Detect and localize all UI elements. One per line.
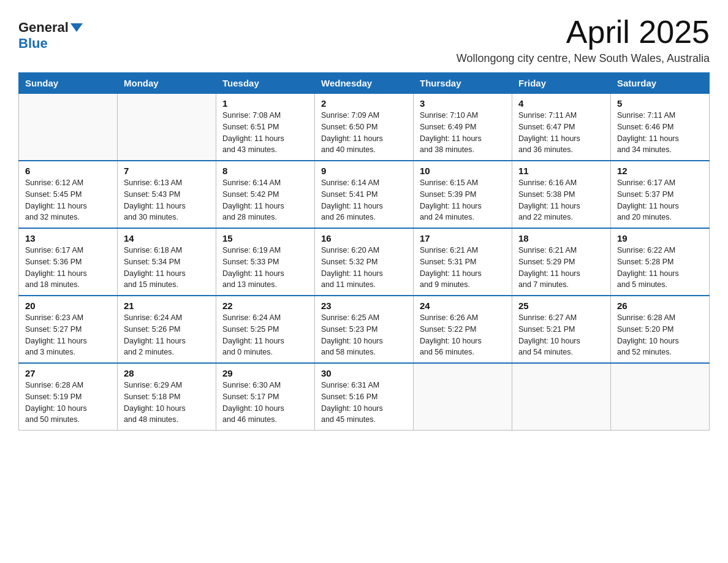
day-number: 24 — [420, 301, 506, 311]
day-number: 13 — [25, 233, 111, 243]
table-row: 10Sunrise: 6:15 AM Sunset: 5:39 PM Dayli… — [414, 161, 512, 228]
table-row: 6Sunrise: 6:12 AM Sunset: 5:45 PM Daylig… — [19, 161, 118, 228]
table-row: 4Sunrise: 7:11 AM Sunset: 6:47 PM Daylig… — [512, 94, 611, 161]
day-number: 10 — [420, 166, 506, 176]
day-info: Sunrise: 6:21 AM Sunset: 5:31 PM Dayligh… — [420, 245, 506, 291]
day-number: 30 — [321, 368, 407, 378]
table-row: 3Sunrise: 7:10 AM Sunset: 6:49 PM Daylig… — [414, 94, 512, 161]
day-number: 1 — [222, 98, 308, 109]
logo: General Blue — [18, 20, 85, 52]
table-row — [611, 363, 710, 431]
day-info: Sunrise: 6:24 AM Sunset: 5:26 PM Dayligh… — [124, 312, 210, 358]
week-row: 6Sunrise: 6:12 AM Sunset: 5:45 PM Daylig… — [19, 161, 710, 228]
day-number: 11 — [518, 166, 604, 176]
day-number: 20 — [25, 301, 111, 311]
col-saturday: Saturday — [611, 73, 710, 94]
day-number: 19 — [617, 233, 703, 243]
day-info: Sunrise: 7:11 AM Sunset: 6:47 PM Dayligh… — [518, 110, 604, 156]
table-row: 16Sunrise: 6:20 AM Sunset: 5:32 PM Dayli… — [315, 228, 414, 296]
day-info: Sunrise: 7:08 AM Sunset: 6:51 PM Dayligh… — [222, 110, 308, 156]
table-row: 5Sunrise: 7:11 AM Sunset: 6:46 PM Daylig… — [611, 94, 710, 161]
table-row: 30Sunrise: 6:31 AM Sunset: 5:16 PM Dayli… — [315, 363, 414, 431]
table-row: 21Sunrise: 6:24 AM Sunset: 5:26 PM Dayli… — [118, 296, 216, 363]
day-info: Sunrise: 6:16 AM Sunset: 5:38 PM Dayligh… — [518, 177, 604, 223]
table-row: 17Sunrise: 6:21 AM Sunset: 5:31 PM Dayli… — [414, 228, 512, 296]
day-info: Sunrise: 6:29 AM Sunset: 5:18 PM Dayligh… — [124, 380, 210, 426]
day-number: 17 — [420, 233, 506, 243]
table-row: 7Sunrise: 6:13 AM Sunset: 5:43 PM Daylig… — [118, 161, 216, 228]
table-row: 29Sunrise: 6:30 AM Sunset: 5:17 PM Dayli… — [216, 363, 315, 431]
day-number: 4 — [518, 98, 604, 109]
day-number: 2 — [321, 98, 407, 109]
table-row — [19, 94, 118, 161]
day-number: 9 — [321, 166, 407, 176]
day-info: Sunrise: 7:11 AM Sunset: 6:46 PM Dayligh… — [617, 110, 703, 156]
month-title: April 2025 — [457, 15, 710, 50]
day-number: 12 — [617, 166, 703, 176]
table-row: 26Sunrise: 6:28 AM Sunset: 5:20 PM Dayli… — [611, 296, 710, 363]
calendar-table: Sunday Monday Tuesday Wednesday Thursday… — [18, 72, 710, 431]
week-row: 20Sunrise: 6:23 AM Sunset: 5:27 PM Dayli… — [19, 296, 710, 363]
page-header: General Blue April 2025 Wollongong city … — [18, 15, 710, 65]
col-wednesday: Wednesday — [315, 73, 414, 94]
table-row: 19Sunrise: 6:22 AM Sunset: 5:28 PM Dayli… — [611, 228, 710, 296]
col-tuesday: Tuesday — [216, 73, 315, 94]
table-row: 24Sunrise: 6:26 AM Sunset: 5:22 PM Dayli… — [414, 296, 512, 363]
day-number: 14 — [124, 233, 210, 243]
logo-general-text: General — [18, 20, 69, 36]
day-number: 18 — [518, 233, 604, 243]
day-number: 5 — [617, 98, 703, 109]
day-info: Sunrise: 6:22 AM Sunset: 5:28 PM Dayligh… — [617, 245, 703, 291]
col-monday: Monday — [118, 73, 216, 94]
table-row — [512, 363, 611, 431]
day-info: Sunrise: 6:20 AM Sunset: 5:32 PM Dayligh… — [321, 245, 407, 291]
table-row: 2Sunrise: 7:09 AM Sunset: 6:50 PM Daylig… — [315, 94, 414, 161]
calendar-header-row: Sunday Monday Tuesday Wednesday Thursday… — [19, 73, 710, 94]
week-row: 13Sunrise: 6:17 AM Sunset: 5:36 PM Dayli… — [19, 228, 710, 296]
table-row: 12Sunrise: 6:17 AM Sunset: 5:37 PM Dayli… — [611, 161, 710, 228]
day-number: 25 — [518, 301, 604, 311]
day-number: 27 — [25, 368, 111, 378]
day-info: Sunrise: 6:27 AM Sunset: 5:21 PM Dayligh… — [518, 312, 604, 358]
day-number: 28 — [124, 368, 210, 378]
table-row: 9Sunrise: 6:14 AM Sunset: 5:41 PM Daylig… — [315, 161, 414, 228]
day-info: Sunrise: 6:28 AM Sunset: 5:19 PM Dayligh… — [25, 380, 111, 426]
day-info: Sunrise: 6:12 AM Sunset: 5:45 PM Dayligh… — [25, 177, 111, 223]
logo-blue-text: Blue — [18, 36, 48, 52]
day-info: Sunrise: 6:30 AM Sunset: 5:17 PM Dayligh… — [222, 380, 308, 426]
day-info: Sunrise: 7:09 AM Sunset: 6:50 PM Dayligh… — [321, 110, 407, 156]
table-row: 20Sunrise: 6:23 AM Sunset: 5:27 PM Dayli… — [19, 296, 118, 363]
day-info: Sunrise: 6:17 AM Sunset: 5:37 PM Dayligh… — [617, 177, 703, 223]
day-info: Sunrise: 6:14 AM Sunset: 5:41 PM Dayligh… — [321, 177, 407, 223]
day-number: 15 — [222, 233, 308, 243]
week-row: 27Sunrise: 6:28 AM Sunset: 5:19 PM Dayli… — [19, 363, 710, 431]
day-info: Sunrise: 6:14 AM Sunset: 5:42 PM Dayligh… — [222, 177, 308, 223]
day-info: Sunrise: 6:15 AM Sunset: 5:39 PM Dayligh… — [420, 177, 506, 223]
table-row — [414, 363, 512, 431]
day-info: Sunrise: 6:13 AM Sunset: 5:43 PM Dayligh… — [124, 177, 210, 223]
col-friday: Friday — [512, 73, 611, 94]
table-row: 25Sunrise: 6:27 AM Sunset: 5:21 PM Dayli… — [512, 296, 611, 363]
day-number: 3 — [420, 98, 506, 109]
day-number: 22 — [222, 301, 308, 311]
day-info: Sunrise: 6:17 AM Sunset: 5:36 PM Dayligh… — [25, 245, 111, 291]
col-sunday: Sunday — [19, 73, 118, 94]
table-row: 27Sunrise: 6:28 AM Sunset: 5:19 PM Dayli… — [19, 363, 118, 431]
day-info: Sunrise: 7:10 AM Sunset: 6:49 PM Dayligh… — [420, 110, 506, 156]
day-info: Sunrise: 6:31 AM Sunset: 5:16 PM Dayligh… — [321, 380, 407, 426]
table-row: 13Sunrise: 6:17 AM Sunset: 5:36 PM Dayli… — [19, 228, 118, 296]
day-info: Sunrise: 6:18 AM Sunset: 5:34 PM Dayligh… — [124, 245, 210, 291]
day-number: 23 — [321, 301, 407, 311]
table-row — [118, 94, 216, 161]
day-info: Sunrise: 6:24 AM Sunset: 5:25 PM Dayligh… — [222, 312, 308, 358]
day-info: Sunrise: 6:19 AM Sunset: 5:33 PM Dayligh… — [222, 245, 308, 291]
day-number: 29 — [222, 368, 308, 378]
location-subtitle: Wollongong city centre, New South Wales,… — [457, 52, 710, 65]
day-info: Sunrise: 6:26 AM Sunset: 5:22 PM Dayligh… — [420, 312, 506, 358]
day-info: Sunrise: 6:21 AM Sunset: 5:29 PM Dayligh… — [518, 245, 604, 291]
table-row: 8Sunrise: 6:14 AM Sunset: 5:42 PM Daylig… — [216, 161, 315, 228]
table-row: 14Sunrise: 6:18 AM Sunset: 5:34 PM Dayli… — [118, 228, 216, 296]
day-number: 26 — [617, 301, 703, 311]
table-row: 11Sunrise: 6:16 AM Sunset: 5:38 PM Dayli… — [512, 161, 611, 228]
table-row: 15Sunrise: 6:19 AM Sunset: 5:33 PM Dayli… — [216, 228, 315, 296]
